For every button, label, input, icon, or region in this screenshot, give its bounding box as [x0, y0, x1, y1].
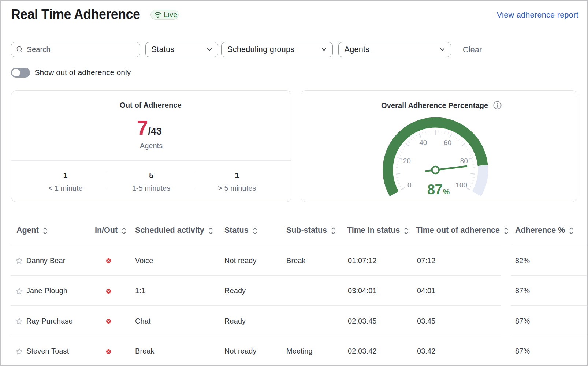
svg-text:80: 80 — [460, 157, 468, 165]
svg-text:87: 87 — [427, 182, 442, 197]
svg-text:0: 0 — [407, 181, 412, 189]
svg-text:100: 100 — [455, 181, 467, 189]
svg-text:20: 20 — [403, 157, 411, 165]
svg-text:%: % — [443, 187, 450, 196]
svg-text:60: 60 — [444, 139, 451, 146]
svg-text:40: 40 — [419, 139, 427, 146]
